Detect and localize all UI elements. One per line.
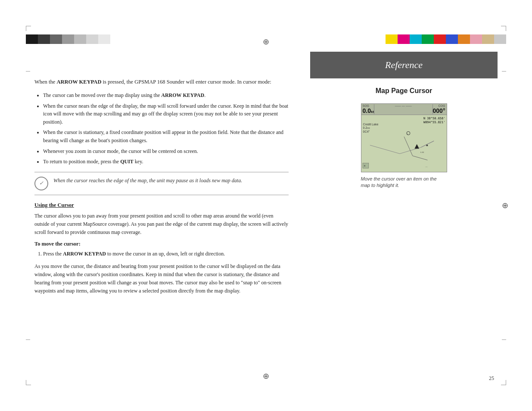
svg-text:▲: ▲: [425, 143, 429, 147]
bullet-item-3: When the cursor is stationary, a fixed c…: [43, 128, 289, 144]
using-cursor-heading: Using the Cursor: [34, 202, 289, 209]
corner-mark-br: [501, 380, 506, 385]
gps-sog-value: 0.0kt: [363, 107, 374, 114]
stripe-dark-gray: [38, 34, 50, 44]
svg-line-3: [404, 137, 413, 156]
map-page-cursor-title: Map Page Cursor: [310, 87, 498, 95]
bullet-item-5: To return to position mode, press the QU…: [43, 158, 289, 166]
bullet-list: The cursor can be moved over the map dis…: [43, 91, 289, 166]
left-color-stripe: [26, 34, 110, 44]
crosshair-top-icon: ⊕: [263, 37, 269, 47]
crosshair-right-icon: ⊕: [502, 201, 508, 210]
gps-map-svg: 2 ▲ 1.83 ✕ —: [361, 115, 447, 171]
stripe-cyan: [410, 34, 422, 44]
stripe-pink: [470, 34, 482, 44]
gps-cog-section: COG 000°: [433, 104, 445, 114]
svg-marker-5: [414, 144, 419, 149]
stripe-lgray1: [74, 34, 86, 44]
using-cursor-para2: As you move the cursor, the distance and…: [34, 262, 289, 296]
stripe-blue: [446, 34, 458, 44]
stripe-yellow: [386, 34, 398, 44]
reference-box: Reference: [310, 52, 498, 78]
bullet-item-4: Whenever you zoom in cursor mode, the cu…: [43, 147, 289, 156]
note-text: When the cursor reaches the edge of the …: [53, 177, 242, 184]
stripe-green: [422, 34, 434, 44]
gps-header: SOG 0.0kt —— — —— COG 000°: [361, 104, 447, 115]
note-icon: ✓: [34, 177, 48, 190]
right-column: Reference Map Page Cursor SOG 0.0kt ——: [302, 52, 498, 377]
corner-mark-tl: [26, 26, 31, 31]
stripe-red: [434, 34, 446, 44]
svg-text:✕: ✕: [363, 165, 365, 167]
note-box: ✓ When the cursor reaches the edge of th…: [34, 172, 289, 195]
svg-text:—: —: [425, 165, 427, 168]
page-container: ⊕ ⊕ ⊕ When the ARROW KEYPAD is pressed, …: [0, 0, 532, 411]
move-cursor-step1: Press the ARROW KEYPAD to move the curso…: [43, 250, 289, 258]
tick-right-top: [502, 71, 506, 72]
bullet-item-1: The cursor can be moved over the map dis…: [43, 91, 289, 100]
stripe-black: [26, 34, 38, 44]
stripe-magenta: [398, 34, 410, 44]
svg-text:1.83: 1.83: [420, 151, 424, 153]
gps-sog-section: SOG 0.0kt: [363, 104, 374, 114]
move-cursor-subheading: To move the cursor:: [34, 241, 289, 247]
stripe-gray1: [50, 34, 62, 44]
right-color-stripe: [386, 34, 506, 44]
svg-line-4: [412, 156, 427, 160]
gps-screen: SOG 0.0kt —— — —— COG 000°: [361, 103, 447, 172]
gps-cog-value: 000°: [433, 107, 445, 114]
stripe-tan: [482, 34, 494, 44]
stripe-lgray4: [494, 34, 506, 44]
corner-mark-bl: [26, 380, 31, 385]
stripe-gray2: [62, 34, 74, 44]
svg-line-0: [370, 145, 399, 154]
stripe-lgray2: [86, 34, 98, 44]
reference-title: Reference: [319, 59, 489, 71]
intro-paragraph: When the ARROW KEYPAD is pressed, the GP…: [34, 78, 289, 86]
bullet-item-2: When the cursor nears the edge of the di…: [43, 102, 289, 126]
tick-left-top: [26, 71, 30, 72]
stripe-orange: [458, 34, 470, 44]
gps-middle: —— — ——: [374, 104, 432, 114]
gps-screen-container: SOG 0.0kt —— — —— COG 000°: [361, 103, 447, 189]
tick-right-bottom: [502, 339, 506, 340]
main-layout: When the ARROW KEYPAD is pressed, the GP…: [34, 52, 498, 377]
tick-left-bottom: [26, 339, 30, 340]
gps-caption: Move the cursor over an item on the map …: [361, 176, 447, 189]
stripe-lgray3: [98, 34, 110, 44]
move-cursor-steps: Press the ARROW KEYPAD to move the curso…: [43, 250, 289, 258]
left-column: When the ARROW KEYPAD is pressed, the GP…: [34, 52, 302, 377]
note-checkmark: ✓: [39, 180, 44, 187]
corner-mark-tr: [501, 26, 506, 31]
gps-map-area: N 38°50.658' W094°55.821' Credit Lake 0.…: [361, 115, 447, 171]
using-cursor-para1: The cursor allows you to pan away from y…: [34, 212, 289, 237]
page-number: 25: [489, 375, 494, 382]
